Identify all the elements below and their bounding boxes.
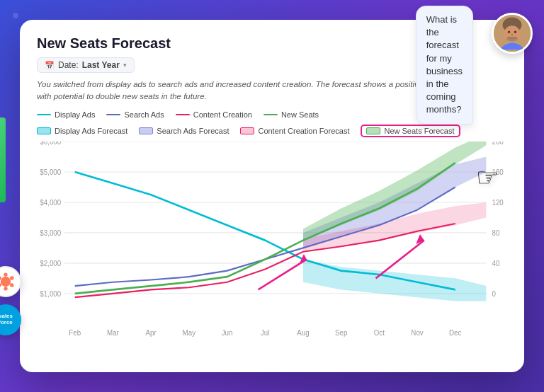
svg-point-47 [4, 272, 7, 276]
svg-text:Nov: Nov [411, 328, 424, 337]
accent-bar [0, 117, 6, 202]
legend-content-creation-forecast: Content Creation Forecast [240, 125, 349, 137]
date-label: Date: [58, 60, 79, 70]
date-value: Last Year [82, 60, 120, 70]
svg-text:Sep: Sep [335, 328, 348, 337]
legend-color-search-ads [106, 114, 120, 115]
avatar-image [494, 15, 531, 52]
svg-text:Aug: Aug [297, 328, 310, 337]
svg-text:Dec: Dec [449, 328, 461, 337]
svg-text:$5,000: $5,000 [40, 168, 61, 176]
legend-label-content-creation: Content Creation [193, 110, 252, 119]
svg-text:May: May [183, 328, 196, 337]
salesforce-logo[interactable]: salesforce [0, 304, 21, 335]
svg-text:$3,000: $3,000 [40, 229, 61, 237]
hand-cursor-icon: ☞ [476, 163, 499, 192]
legend-row-2: Display Ads Forecast Search Ads Forecast… [37, 125, 507, 137]
chevron-down-icon: ▾ [123, 62, 127, 69]
legend-new-seats: New Seats [264, 110, 319, 119]
chat-bubble: What is the forecast for my business in … [416, 6, 473, 125]
svg-text:$6,000: $6,000 [40, 142, 61, 146]
svg-point-46 [1, 277, 11, 287]
chart-svg: $1,000 $2,000 $3,000 $4,000 $5,000 $6,00… [37, 142, 507, 347]
svg-text:$2,000: $2,000 [40, 259, 61, 267]
legend-label-display-ads: Display Ads [55, 110, 95, 119]
legend-content-creation: Content Creation [176, 110, 252, 119]
date-filter[interactable]: 📅 Date: Last Year ▾ [37, 57, 135, 73]
svg-text:$1,000: $1,000 [40, 289, 61, 298]
hubspot-logo[interactable] [0, 266, 21, 297]
svg-point-49 [10, 283, 13, 287]
svg-point-3 [508, 31, 510, 33]
svg-text:Mar: Mar [107, 328, 119, 337]
avatar [492, 13, 533, 54]
svg-text:0: 0 [492, 289, 497, 298]
svg-point-6 [506, 36, 518, 41]
sidebar-logos: salesforce [0, 266, 21, 335]
svg-text:40: 40 [492, 259, 500, 267]
legend-label-content-creation-forecast: Content Creation Forecast [258, 127, 349, 135]
chart-area: $1,000 $2,000 $3,000 $4,000 $5,000 $6,00… [37, 142, 507, 347]
svg-line-43 [375, 240, 424, 278]
svg-text:$4,000: $4,000 [40, 198, 61, 207]
svg-text:80: 80 [492, 229, 500, 237]
legend-search-ads-forecast: Search Ads Forecast [139, 125, 229, 137]
svg-line-41 [258, 259, 306, 289]
legend-label-search-ads: Search Ads [124, 110, 164, 119]
insight-text: You switched from display ads to search … [37, 79, 448, 103]
legend-color-content-creation-forecast [240, 127, 254, 134]
svg-point-48 [10, 276, 13, 279]
salesforce-label: salesforce [0, 313, 13, 326]
svg-point-4 [514, 31, 516, 33]
svg-marker-37 [303, 259, 487, 301]
legend-color-display-ads [37, 114, 51, 115]
svg-text:120: 120 [492, 198, 504, 207]
legend-new-seats-forecast: New Seats Forecast [361, 125, 460, 137]
svg-text:Oct: Oct [374, 328, 385, 337]
legend-label-new-seats-forecast: New Seats Forecast [384, 127, 454, 135]
calendar-icon: 📅 [45, 61, 55, 70]
legend-search-ads: Search Ads [106, 110, 164, 119]
legend-label-search-ads-forecast: Search Ads Forecast [157, 127, 229, 135]
legend-color-search-ads-forecast [139, 127, 153, 134]
legend-color-new-seats-forecast [366, 127, 380, 134]
svg-text:Feb: Feb [69, 328, 81, 337]
legend-label-display-ads-forecast: Display Ads Forecast [55, 127, 128, 135]
svg-text:Apr: Apr [146, 328, 157, 337]
svg-point-5 [511, 33, 514, 35]
svg-text:200: 200 [492, 142, 504, 146]
svg-text:Jul: Jul [261, 328, 269, 337]
legend-color-display-ads-forecast [37, 127, 51, 134]
arrow-2 [375, 234, 424, 278]
legend-display-ads-forecast: Display Ads Forecast [37, 125, 128, 137]
legend-color-new-seats [264, 114, 278, 115]
svg-text:Jun: Jun [222, 328, 233, 337]
svg-point-50 [4, 287, 7, 290]
legend-label-new-seats: New Seats [281, 110, 319, 119]
legend-color-content-creation [176, 114, 190, 115]
legend-display-ads: Display Ads [37, 110, 95, 119]
